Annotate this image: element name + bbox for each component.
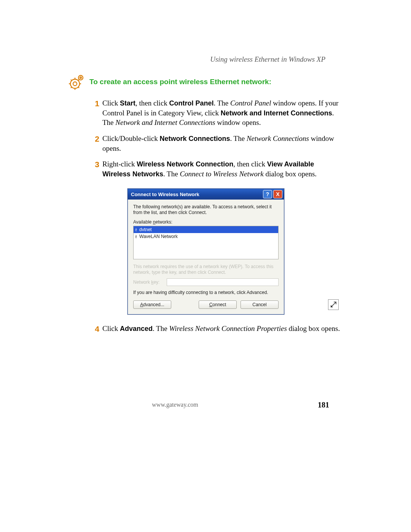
help-icon[interactable]: ?: [263, 190, 272, 198]
cancel-button[interactable]: Cancel: [241, 300, 279, 309]
running-header: Using wireless Ethernet in Windows XP: [67, 55, 342, 64]
svg-line-7: [78, 87, 79, 88]
connect-button[interactable]: Connect: [199, 300, 237, 309]
network-key-label: Network key:: [133, 280, 163, 285]
step-text: Click Start, then click Control Panel. T…: [102, 98, 342, 128]
network-key-input[interactable]: [167, 278, 279, 286]
dialog-intro-text: The following network(s) are available. …: [133, 204, 279, 216]
dialog-body: The following network(s) are available. …: [128, 200, 284, 314]
dialog-titlebar: Connect to Wireless Network ? X: [128, 189, 284, 200]
page-number: 181: [318, 401, 329, 409]
page-footer: www.gateway.com 181: [0, 401, 411, 408]
step-3: 3 Right-click Wireless Network Connectio…: [89, 159, 342, 179]
dialog-title: Connect to Wireless Network: [131, 192, 199, 197]
step-number: 1: [89, 98, 99, 109]
close-icon[interactable]: X: [273, 190, 282, 198]
antenna-icon: ꬷ: [135, 227, 137, 232]
section-heading-row: To create an access point wireless Ether…: [67, 73, 342, 94]
available-networks-label: Available networks:: [133, 219, 279, 225]
svg-point-1: [73, 82, 77, 86]
svg-point-10: [78, 75, 83, 80]
step-text: Right-click Wireless Network Connection,…: [102, 159, 342, 179]
step-2: 2 Click/Double-click Network Connections…: [89, 134, 342, 153]
network-item-selected[interactable]: ꬷ dvtnet: [134, 226, 278, 233]
wep-note-text: This network requires the use of a netwo…: [133, 264, 279, 275]
step-number: 4: [89, 324, 99, 334]
gear-icon: [67, 73, 89, 94]
dialog-button-row: Advanced... Connect Cancel: [133, 300, 279, 309]
step-4: 4 Click Advanced. The Wireless Network C…: [89, 324, 342, 334]
antenna-icon: ꬷ: [135, 234, 137, 239]
page: Using wireless Ethernet in Windows XP: [0, 0, 411, 532]
network-name: WaveLAN Network: [139, 234, 178, 239]
svg-line-6: [71, 80, 72, 81]
step-1: 1 Click Start, then click Control Panel.…: [89, 98, 342, 128]
network-name: dvtnet: [139, 227, 152, 232]
advanced-button[interactable]: Advanced...: [133, 300, 171, 309]
step-number: 2: [89, 134, 99, 144]
network-item[interactable]: ꬷ WaveLAN Network: [134, 233, 278, 240]
step-text: Click/Double-click Network Connections. …: [102, 134, 342, 153]
available-networks-listbox[interactable]: ꬷ dvtnet ꬷ WaveLAN Network: [133, 226, 279, 259]
step-number: 3: [89, 159, 99, 170]
network-key-row: Network key:: [133, 278, 279, 286]
steps-list: 1 Click Start, then click Control Panel.…: [89, 98, 342, 335]
dialog-figure: Connect to Wireless Network ? X The foll…: [127, 189, 342, 315]
page-turn-icon: [328, 299, 339, 310]
section-title: To create an access point wireless Ether…: [89, 73, 271, 86]
svg-line-8: [71, 87, 72, 88]
step-text: Click Advanced. The Wireless Network Con…: [102, 324, 340, 334]
difficulty-text: If you are having difficulty connecting …: [133, 290, 279, 295]
footer-url: www.gateway.com: [152, 401, 198, 408]
svg-point-11: [80, 77, 81, 78]
connect-wireless-dialog: Connect to Wireless Network ? X The foll…: [127, 189, 284, 315]
